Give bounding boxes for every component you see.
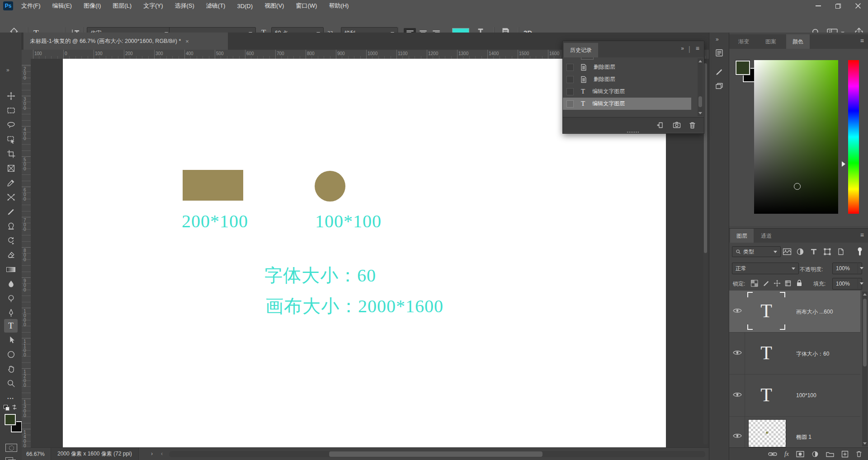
add-layer-mask-icon[interactable] — [796, 451, 804, 457]
collapsed-panel-icon-layer-comps[interactable] — [713, 80, 725, 92]
menu-image[interactable]: 图像(I) — [78, 0, 107, 12]
layers-scrollbar[interactable] — [862, 291, 868, 446]
canvas-text-circle-label[interactable]: 100*100 — [315, 211, 382, 232]
panel-menu-icon[interactable]: ≡ — [696, 45, 699, 52]
document-tab[interactable]: 未标题-1-恢复的 @ 66.7% (画布大小: 2000*1600, RGB/… — [24, 33, 228, 50]
foreground-color-swatch[interactable] — [736, 61, 750, 75]
clone-stamp-tool[interactable] — [4, 220, 18, 232]
minimize-button[interactable] — [808, 0, 828, 11]
menu-type[interactable]: 文字(Y) — [137, 0, 169, 12]
dodge-tool[interactable] — [4, 292, 18, 305]
layer-visibility-eye-icon[interactable] — [733, 308, 742, 314]
history-source-checkbox[interactable] — [566, 100, 574, 108]
brush-tool[interactable] — [4, 205, 18, 218]
filter-pixel-layers-icon[interactable] — [783, 248, 792, 255]
menu-layer[interactable]: 图层(L) — [107, 0, 137, 12]
history-item[interactable]: 删除图层 — [563, 73, 691, 85]
lock-all-icon[interactable] — [796, 279, 802, 287]
layer-name[interactable]: 画布大小 ...600 — [796, 308, 833, 316]
layer-visibility-eye-icon[interactable] — [733, 433, 742, 439]
scroll-left-icon[interactable]: ‹ — [161, 451, 163, 457]
new-snapshot-camera-icon[interactable] — [673, 122, 681, 128]
rectangular-marquee-tool[interactable] — [4, 104, 18, 117]
lock-position-icon[interactable] — [774, 280, 781, 287]
collapse-toolbar-icon[interactable]: » — [6, 67, 9, 73]
lock-pixels-icon[interactable] — [763, 280, 770, 287]
new-layer-icon[interactable] — [841, 451, 849, 458]
layer-thumbnail[interactable]: T — [747, 334, 785, 372]
menu-edit[interactable]: 编辑(E) — [47, 0, 78, 12]
history-source-checkbox[interactable] — [566, 88, 574, 95]
history-item[interactable]: T 编辑文字图层 — [563, 85, 691, 98]
ruler-origin-corner[interactable] — [22, 50, 31, 59]
menu-3d[interactable]: 3D(D) — [231, 0, 259, 12]
history-brush-tool[interactable] — [4, 234, 18, 247]
history-item-selected[interactable]: T 编辑文字图层 — [563, 98, 691, 110]
history-scrollbar[interactable] — [698, 58, 703, 116]
panel-resize-handle[interactable] — [627, 131, 640, 133]
collapsed-panel-icon-properties[interactable] — [713, 47, 725, 59]
delete-layer-trash-icon[interactable] — [856, 451, 862, 457]
lasso-tool[interactable] — [4, 118, 18, 131]
layer-effects-fx-icon[interactable]: fx — [784, 451, 789, 458]
layer-name[interactable]: 椭圆 1 — [796, 433, 811, 441]
expand-dock-icon[interactable]: » — [716, 36, 719, 42]
move-tool[interactable] — [4, 89, 18, 102]
layer-visibility-eye-icon[interactable] — [733, 392, 742, 398]
new-document-from-state-icon[interactable] — [656, 122, 665, 129]
filter-adjustment-layers-icon[interactable] — [796, 248, 804, 256]
scroll-down-icon[interactable] — [863, 442, 867, 445]
layer-thumbnail[interactable]: T — [747, 376, 785, 414]
color-field-cursor[interactable] — [794, 183, 801, 190]
menu-window[interactable]: 窗口(W) — [290, 0, 323, 12]
menu-filter[interactable]: 滤镜(T) — [200, 0, 231, 12]
opacity-dropdown[interactable] — [858, 263, 865, 273]
link-layers-icon[interactable] — [768, 451, 777, 457]
collapse-panel-icon[interactable]: » — [681, 45, 684, 52]
scrollbar-thumb[interactable] — [698, 96, 702, 107]
scrollbar-thumb[interactable] — [329, 451, 542, 457]
fill-dropdown[interactable] — [858, 278, 865, 289]
new-group-folder-icon[interactable] — [826, 451, 834, 457]
horizontal-scrollbar[interactable] — [169, 451, 705, 457]
quick-mask-button[interactable] — [5, 444, 17, 452]
zoom-level[interactable]: 66.67% — [26, 451, 45, 457]
close-tab-icon[interactable]: × — [185, 38, 189, 45]
layer-row[interactable]: T 字体大小：60 — [729, 333, 860, 375]
history-source-checkbox[interactable] — [566, 76, 574, 83]
path-selection-tool[interactable] — [4, 333, 18, 346]
layer-name[interactable]: 字体大小：60 — [796, 350, 829, 358]
filter-smart-objects-icon[interactable] — [837, 248, 845, 256]
filter-shape-layers-icon[interactable] — [823, 248, 831, 256]
healing-patch-tool[interactable] — [4, 191, 18, 203]
scrollbar-thumb[interactable] — [863, 299, 867, 366]
restore-button[interactable] — [828, 0, 848, 11]
layer-row[interactable]: T 100*100 — [729, 375, 860, 417]
menu-help[interactable]: 帮助(H) — [323, 0, 354, 12]
lock-artboard-icon[interactable] — [784, 280, 792, 287]
gradient-tool[interactable] — [4, 263, 18, 276]
filter-type-layers-icon[interactable] — [810, 248, 818, 256]
eraser-tool[interactable] — [4, 249, 18, 261]
ellipse-shape-tool[interactable] — [4, 348, 18, 361]
menu-select[interactable]: 选择(S) — [169, 0, 200, 12]
tab-channels[interactable]: 通道 — [755, 229, 778, 243]
scroll-up-icon[interactable] — [698, 60, 702, 62]
color-field[interactable] — [754, 60, 838, 214]
layer-thumbnail[interactable] — [748, 419, 786, 447]
lock-transparency-icon[interactable] — [751, 280, 758, 287]
foreground-color-swatch[interactable] — [5, 414, 16, 425]
eyedropper-tool[interactable] — [4, 176, 18, 189]
menu-view[interactable]: 视图(V) — [259, 0, 290, 12]
zoom-tool[interactable] — [4, 377, 18, 390]
default-swap-colors-icon[interactable] — [4, 404, 18, 412]
history-item[interactable]: 删除图层 — [563, 61, 691, 73]
hue-slider[interactable] — [848, 60, 859, 214]
filter-toggle-pin-icon[interactable] — [857, 247, 863, 257]
hand-tool[interactable] — [4, 362, 18, 375]
scroll-up-icon[interactable] — [863, 293, 867, 296]
new-adjustment-layer-icon[interactable] — [811, 451, 819, 458]
history-source-checkbox[interactable] — [566, 64, 574, 71]
status-options-chevron[interactable]: › — [151, 451, 153, 457]
scroll-down-icon[interactable] — [698, 112, 702, 114]
